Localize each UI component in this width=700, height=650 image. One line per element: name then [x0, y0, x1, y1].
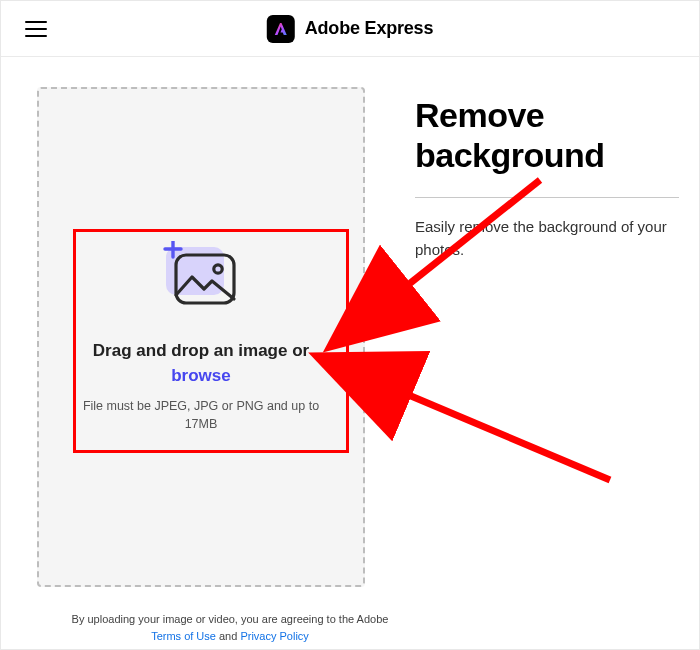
title-divider: [415, 197, 679, 198]
adobe-express-logo-icon: [267, 15, 295, 43]
file-requirements: File must be JPEG, JPG or PNG and up to …: [81, 397, 321, 433]
browse-link[interactable]: browse: [171, 366, 231, 385]
upload-column: Drag and drop an image or browse File mu…: [37, 87, 365, 587]
main-content: Drag and drop an image or browse File mu…: [1, 57, 699, 587]
legal-prefix: By uploading your image or video, you ar…: [72, 613, 389, 625]
info-column: Remove background Easily remove the back…: [415, 87, 679, 587]
upload-dropzone[interactable]: Drag and drop an image or browse File mu…: [37, 87, 365, 587]
terms-of-use-link[interactable]: Terms of Use: [151, 630, 216, 642]
legal-footer: By uploading your image or video, you ar…: [60, 611, 400, 644]
legal-connector: and: [216, 630, 240, 642]
top-header: Adobe Express: [1, 1, 699, 57]
drop-instruction: Drag and drop an image or browse: [93, 339, 309, 388]
drop-text-line: Drag and drop an image or: [93, 341, 309, 360]
brand-title: Adobe Express: [305, 18, 433, 39]
brand: Adobe Express: [267, 15, 433, 43]
privacy-policy-link[interactable]: Privacy Policy: [240, 630, 308, 642]
image-upload-icon: [158, 241, 244, 311]
page-description: Easily remove the background of your pho…: [415, 216, 679, 261]
app-window: Adobe Express: [0, 0, 700, 650]
menu-icon[interactable]: [25, 21, 47, 37]
page-title: Remove background: [415, 95, 679, 175]
